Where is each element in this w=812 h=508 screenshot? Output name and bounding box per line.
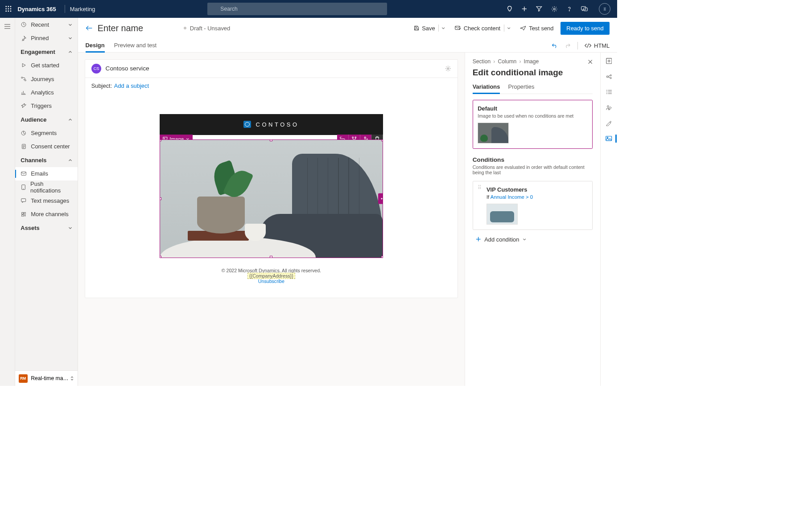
sidebar-group-engagement[interactable]: Engagement <box>15 45 78 58</box>
sidebar-recent[interactable]: Recent <box>15 18 78 31</box>
connections-icon[interactable] <box>606 74 612 79</box>
sidebar-app-switcher[interactable]: RM Real-time marketi… <box>15 370 78 386</box>
svg-point-26 <box>21 77 23 78</box>
condition-card[interactable]: ⠿ VIP Customers If Annual Income > 0 <box>473 181 593 230</box>
clock-icon <box>21 22 27 27</box>
sidebar-group-channels[interactable]: Channels <box>15 153 78 167</box>
condition-expression[interactable]: Annual Income > 0 <box>490 194 533 200</box>
save-button[interactable]: Save <box>411 22 448 34</box>
crumb-section[interactable]: Section <box>473 58 491 65</box>
sidebar-item-emails[interactable]: Emails <box>15 167 78 180</box>
sidebar-item-segments[interactable]: Segments <box>15 126 78 139</box>
brand-name[interactable]: Dynamics 365 <box>18 6 56 12</box>
email-brand-bar: CONTOSO <box>160 114 383 135</box>
filter-icon[interactable] <box>536 6 542 12</box>
footer-token[interactable]: {{CompanyAddress}} <box>247 273 295 279</box>
html-view-button[interactable]: HTML <box>585 42 610 49</box>
ready-to-send-button[interactable]: Ready to send <box>561 22 610 35</box>
chat-icon[interactable] <box>581 6 588 12</box>
theme-icon[interactable] <box>606 120 612 126</box>
crumb-column[interactable]: Column <box>498 58 516 65</box>
sidebar-item-morechannels[interactable]: More channels <box>15 208 78 221</box>
default-thumb[interactable] <box>478 123 509 143</box>
app-name[interactable]: Marketing <box>70 6 95 12</box>
crumb-image[interactable]: Image <box>524 58 539 65</box>
sender-name[interactable]: Contoso service <box>106 65 149 72</box>
outline-icon[interactable] <box>606 90 612 94</box>
tab-preview[interactable]: Preview and test <box>114 42 157 52</box>
sidebar: Recent Pinned Engagement Get started Jou… <box>15 18 78 386</box>
global-search-input[interactable] <box>207 3 387 15</box>
conditions-heading: Conditions <box>473 156 593 163</box>
svg-point-55 <box>607 106 609 107</box>
svg-point-8 <box>10 11 12 12</box>
sidebar-label: Recent <box>31 21 49 28</box>
page-header: Enter name Draft - Unsaved Save Check co… <box>78 18 617 38</box>
undo-icon[interactable] <box>552 43 558 48</box>
hero-section[interactable]: CONTOSO Image <box>160 114 383 258</box>
test-send-button[interactable]: Test send <box>517 22 556 34</box>
unsubscribe-link[interactable]: Unsubscribe <box>258 279 284 284</box>
consent-icon <box>21 144 27 149</box>
gear-icon[interactable] <box>445 66 451 72</box>
move-handle-icon[interactable] <box>378 193 383 204</box>
chevron-down-icon <box>68 226 72 230</box>
panel-tab-variations[interactable]: Variations <box>473 83 500 94</box>
svg-point-54 <box>610 78 611 79</box>
check-content-button[interactable]: Check content <box>452 22 513 34</box>
image-tool-icon[interactable] <box>606 136 612 141</box>
svg-point-6 <box>5 11 7 12</box>
hamburger-icon[interactable] <box>4 24 11 29</box>
panel-tab-properties[interactable]: Properties <box>508 83 535 94</box>
email-body[interactable]: CONTOSO Image <box>85 94 458 298</box>
panel-title: Edit conditional image <box>473 68 593 78</box>
sidebar-item-journeys[interactable]: Journeys <box>15 72 78 86</box>
chevron-down-icon[interactable] <box>504 25 511 31</box>
sidebar-item-triggers[interactable]: Triggers <box>15 99 78 113</box>
sidebar-pinned[interactable]: Pinned <box>15 32 78 45</box>
sidebar-item-push[interactable]: Push notifications <box>15 180 78 194</box>
chevron-up-icon <box>68 118 72 122</box>
chevron-updown-icon <box>70 376 74 381</box>
add-subject-link[interactable]: Add a subject <box>114 82 149 89</box>
add-condition-button[interactable]: Add condition <box>473 235 593 244</box>
svg-rect-30 <box>21 172 26 176</box>
svg-point-7 <box>8 11 9 12</box>
status-dot <box>184 27 186 29</box>
canvas-area: CS Contoso service Subject: Add a subjec… <box>78 53 465 386</box>
condition-thumb[interactable] <box>486 204 518 225</box>
lightbulb-icon[interactable] <box>507 6 513 12</box>
sidebar-item-analytics[interactable]: Analytics <box>15 86 78 99</box>
help-icon[interactable] <box>566 6 573 12</box>
sidebar-item-text[interactable]: Text messages <box>15 194 78 207</box>
chevron-up-icon <box>68 158 72 162</box>
svg-point-53 <box>610 75 611 76</box>
svg-point-38 <box>447 68 449 70</box>
user-avatar[interactable] <box>599 3 610 15</box>
personalize-icon[interactable] <box>606 105 612 110</box>
plus-icon[interactable] <box>521 6 528 12</box>
svg-rect-36 <box>22 215 24 217</box>
design-tabs: Design Preview and test HTML <box>78 38 617 53</box>
sidebar-item-getstarted[interactable]: Get started <box>15 58 78 72</box>
back-icon[interactable] <box>86 25 92 31</box>
svg-point-1 <box>8 6 9 8</box>
tab-design[interactable]: Design <box>86 42 105 52</box>
collapse-bar <box>0 18 15 386</box>
sidebar-group-assets[interactable]: Assets <box>15 221 78 234</box>
gear-icon[interactable] <box>551 6 557 12</box>
drag-handle-icon[interactable]: ⠿ <box>478 186 482 225</box>
chevron-down-icon[interactable] <box>438 25 445 31</box>
apps-icon <box>21 212 27 217</box>
app-launcher-icon[interactable] <box>4 4 14 14</box>
sidebar-group-audience[interactable]: Audience <box>15 113 78 126</box>
close-icon[interactable] <box>588 59 593 64</box>
page-title[interactable]: Enter name <box>98 23 143 33</box>
selected-image[interactable] <box>160 139 383 258</box>
conditions-desc: Conditions are evaluated in order with d… <box>473 164 593 175</box>
sidebar-item-consent[interactable]: Consent center <box>15 140 78 153</box>
redo-icon[interactable] <box>565 43 571 48</box>
trigger-icon <box>21 103 27 108</box>
default-variation-card[interactable]: Default Image to be used when no conditi… <box>473 100 593 149</box>
add-element-icon[interactable] <box>606 58 612 64</box>
